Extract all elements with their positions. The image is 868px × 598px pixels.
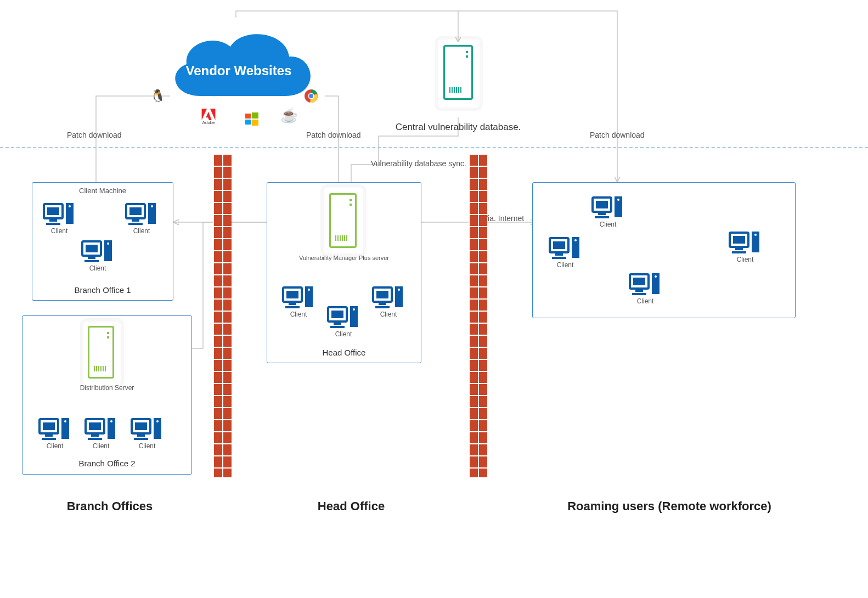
svg-rect-63: [598, 213, 606, 215]
svg-rect-68: [553, 241, 565, 249]
svg-rect-3: [252, 120, 258, 126]
internet-boundary-line: [0, 147, 868, 148]
svg-rect-80: [733, 236, 745, 244]
svg-rect-0: [245, 114, 251, 119]
patch-download-left-label: Patch download: [67, 131, 122, 139]
svg-rect-1: [252, 112, 258, 119]
chrome-icon: [303, 88, 319, 104]
roaming-client-3: Client: [630, 272, 661, 296]
section-title-head: Head Office: [307, 499, 395, 514]
svg-rect-2: [245, 120, 251, 125]
svg-rect-50: [331, 311, 343, 318]
svg-rect-45: [289, 303, 296, 305]
branch2-client-3: Client: [132, 417, 162, 441]
patch-download-mid-label: Patch download: [306, 131, 361, 139]
svg-rect-15: [132, 219, 139, 222]
svg-rect-33: [91, 435, 99, 437]
svg-rect-40: [134, 438, 148, 440]
svg-rect-38: [135, 422, 147, 430]
svg-rect-81: [735, 248, 743, 250]
svg-rect-75: [635, 290, 643, 292]
head-client-2: Client: [328, 305, 359, 329]
svg-rect-52: [330, 326, 345, 328]
svg-rect-69: [555, 253, 563, 256]
section-title-roaming: Roaming users (Remote workforce): [554, 499, 785, 514]
svg-point-66: [617, 199, 619, 201]
section-title-branch: Branch Offices: [49, 499, 170, 514]
svg-rect-20: [86, 245, 98, 252]
branch1-client-2: Client: [126, 202, 157, 226]
svg-rect-76: [632, 293, 646, 295]
apple-icon: [165, 109, 181, 125]
vuln-sync-label: Vulnerability database sync.: [371, 159, 466, 168]
svg-rect-22: [84, 260, 99, 262]
vuln-manager-server-icon: [329, 193, 357, 248]
svg-rect-21: [88, 257, 95, 259]
svg-rect-39: [137, 435, 145, 437]
svg-rect-51: [334, 323, 341, 325]
cloud-label: Vendor Websites: [162, 63, 315, 78]
svg-point-36: [110, 420, 112, 422]
roaming-client-2: Client: [550, 236, 580, 260]
svg-rect-14: [129, 207, 142, 215]
svg-point-48: [308, 289, 310, 291]
svg-rect-74: [633, 278, 645, 285]
branch2-client-2: Client: [86, 417, 116, 441]
branch1-header: Client Machine: [32, 187, 173, 195]
branch2-title: Branch Office 2: [22, 459, 192, 468]
firewall-left: [213, 154, 232, 477]
svg-rect-28: [42, 438, 56, 440]
svg-point-6: [309, 94, 313, 98]
svg-rect-62: [596, 201, 608, 208]
branch1-client-3: Client: [82, 239, 113, 263]
svg-point-78: [655, 275, 657, 278]
svg-rect-26: [43, 422, 55, 430]
svg-rect-82: [732, 251, 746, 253]
svg-point-60: [398, 289, 400, 291]
head-client-1: Client: [283, 285, 314, 309]
adobe-icon: Adobe: [200, 109, 217, 125]
svg-point-84: [754, 234, 757, 236]
svg-point-12: [69, 205, 71, 207]
head-office-title: Head Office: [267, 348, 421, 357]
branch2-distribution-server-icon: [88, 326, 114, 379]
branch1-title: Branch Office 1: [32, 285, 173, 295]
svg-rect-70: [552, 257, 566, 259]
vuln-manager-server-label: Vulnerability Manager Plus server: [267, 255, 421, 261]
branch2-dist-server-label: Distribution Server: [22, 384, 192, 392]
svg-rect-58: [375, 306, 390, 308]
svg-rect-44: [286, 291, 298, 298]
svg-point-54: [353, 308, 355, 311]
svg-point-72: [574, 239, 577, 241]
svg-rect-57: [379, 303, 386, 305]
central-db-server-icon: [443, 45, 473, 100]
vendor-cloud: Vendor Websites: [162, 25, 315, 118]
roaming-client-1: Client: [593, 195, 623, 219]
central-db-label: Central vulnerability database.: [395, 122, 521, 133]
via-internet-label: Via. Internet: [483, 214, 524, 223]
branch1-client-1: Client: [44, 202, 75, 226]
head-client-3: Client: [373, 285, 404, 309]
firewall-right: [469, 154, 487, 477]
svg-rect-8: [47, 207, 59, 215]
svg-rect-32: [89, 422, 101, 430]
svg-point-42: [156, 420, 159, 422]
svg-rect-64: [595, 216, 609, 218]
svg-rect-16: [128, 223, 143, 225]
patch-download-right-label: Patch download: [590, 131, 645, 139]
svg-rect-27: [45, 435, 53, 437]
branch2-client-1: Client: [40, 417, 70, 441]
svg-rect-34: [88, 438, 102, 440]
linux-icon: 🐧: [149, 88, 166, 104]
svg-rect-56: [376, 291, 388, 298]
windows-icon: [244, 111, 260, 127]
svg-rect-10: [46, 223, 60, 225]
svg-rect-9: [49, 219, 57, 222]
svg-point-18: [151, 205, 153, 207]
svg-point-24: [107, 242, 109, 245]
roaming-client-4: Client: [730, 230, 760, 255]
java-icon: ☕: [281, 107, 297, 123]
svg-rect-46: [285, 306, 300, 308]
svg-point-30: [64, 420, 66, 422]
